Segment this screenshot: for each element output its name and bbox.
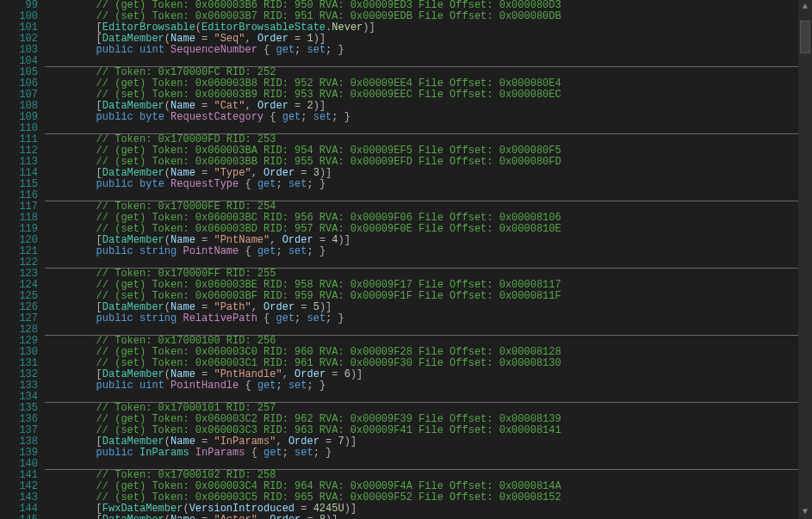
line-number: 145 (0, 515, 38, 519)
section-divider (45, 133, 812, 134)
code-line[interactable]: public string PointName { get; set; } (46, 246, 812, 257)
section-divider (45, 469, 812, 470)
scroll-up-button[interactable]: ▲ (798, 0, 812, 14)
section-divider (45, 66, 812, 67)
code-area[interactable]: // (get) Token: 0x060003B6 RID: 950 RVA:… (45, 0, 812, 519)
section-divider (45, 335, 812, 336)
section-divider (45, 268, 812, 269)
section-divider (45, 402, 812, 403)
code-line[interactable]: public uint PointHandle { get; set; } (46, 380, 812, 392)
code-line[interactable]: public byte RequestType { get; set; } (46, 179, 812, 190)
scroll-down-button[interactable]: ▼ (798, 505, 812, 519)
code-line[interactable]: public InParams InParams { get; set; } (46, 448, 812, 459)
code-line[interactable]: public byte RequestCategory { get; set; … (46, 112, 812, 123)
code-editor[interactable]: 9910010110210310410510610710810911011111… (0, 0, 812, 519)
code-line[interactable]: public uint SequenceNumber { get; set; } (46, 45, 812, 56)
code-line[interactable]: [DataMember(Name = "Actor", Order = 8)] (46, 515, 812, 519)
code-line[interactable]: public string RelativePath { get; set; } (46, 313, 812, 324)
line-number-gutter: 9910010110210310410510610710810911011111… (0, 0, 45, 519)
scroll-thumb[interactable] (800, 21, 810, 53)
vertical-scrollbar[interactable]: ▲ ▼ (798, 0, 812, 519)
section-divider (45, 201, 812, 201)
